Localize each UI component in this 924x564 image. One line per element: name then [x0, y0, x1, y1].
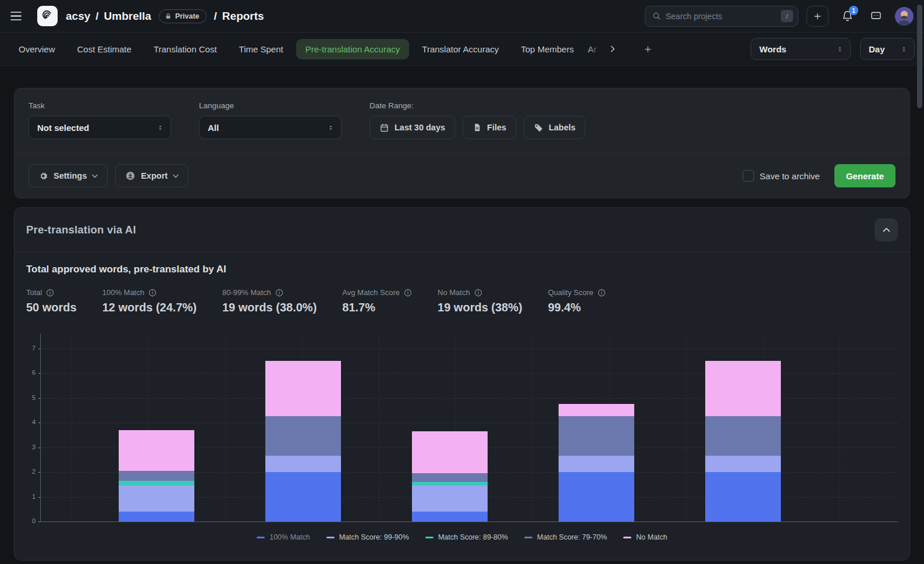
private-badge-label: Private [175, 12, 200, 20]
vertical-scrollbar-thumb[interactable] [917, 5, 922, 108]
y-axis-label: 4 [24, 418, 35, 425]
y-axis-label: 0 [24, 517, 35, 524]
create-project-button[interactable] [806, 6, 829, 27]
legend-label: Match Score: 79-70% [537, 533, 607, 541]
language-filter-label: Language [199, 101, 342, 110]
chevron-right-icon [609, 45, 616, 52]
legend-label: Match Score: 99-90% [339, 533, 409, 541]
chevron-up-icon [883, 227, 890, 232]
task-select[interactable]: Not selected [29, 116, 171, 139]
hamburger-menu-icon[interactable] [10, 9, 26, 24]
logo-swirl-icon [41, 10, 54, 23]
legend-item-match-score-99-90[interactable]: Match Score: 99-90% [326, 533, 409, 541]
chart-legend: 100% MatchMatch Score: 99-90%Match Score… [26, 533, 898, 541]
app-logo[interactable] [37, 6, 58, 26]
notifications-button[interactable]: 1 [841, 10, 854, 22]
search-input[interactable] [666, 12, 776, 21]
labels-button-label: Labels [549, 123, 575, 132]
bar-1-segment-match-score-89-80 [119, 481, 194, 486]
legend-item-match-score-89-80[interactable]: Match Score: 89-80% [425, 533, 508, 541]
gridline [40, 349, 898, 349]
tag-icon [534, 123, 543, 133]
unit-select[interactable]: Words [751, 38, 851, 60]
task-select-value: Not selected [37, 123, 89, 133]
save-to-archive-option[interactable]: Save to archive [742, 170, 820, 182]
save-to-archive-checkbox[interactable] [742, 170, 754, 182]
report-tab-bar: OverviewCost EstimateTranslation CostTim… [0, 33, 924, 66]
stat-value: 12 words (24.7%) [102, 301, 197, 314]
info-icon[interactable] [598, 289, 606, 297]
legend-item-100-match[interactable]: 100% Match [257, 533, 310, 541]
info-icon[interactable] [275, 289, 283, 297]
legend-color-dash [257, 537, 265, 538]
gridline [72, 334, 72, 522]
user-avatar[interactable] [895, 7, 914, 26]
messages-button[interactable] [870, 10, 882, 22]
bar-5-segment-match-score-79-70 [705, 416, 781, 456]
calendar-icon [379, 123, 389, 133]
stat-80-99-match: 80-99% Match19 words (38.0%) [222, 288, 317, 314]
panel-title: Pre-translation via AI [26, 224, 136, 236]
tab-pre-translation-accuracy[interactable]: Pre-translation Accuracy [296, 39, 410, 59]
settings-dropdown-button[interactable]: Settings [29, 164, 108, 187]
stat-label: Total [26, 288, 42, 297]
tab-top-members[interactable]: Top Members [511, 39, 583, 59]
stat-value: 99.4% [548, 301, 606, 314]
language-select-value: All [208, 123, 219, 133]
report-tabs: OverviewCost EstimateTranslation CostTim… [9, 39, 583, 59]
tab-time-spent[interactable]: Time Spent [230, 39, 293, 59]
info-icon[interactable] [46, 289, 54, 297]
breadcrumb-page: Reports [222, 10, 264, 23]
stat-label: No Match [438, 288, 470, 297]
generate-button[interactable]: Generate [834, 164, 895, 187]
tabs-scroll-right-button[interactable] [603, 39, 623, 59]
collapse-panel-button[interactable] [875, 218, 898, 242]
bar-3-segment-100-match [412, 512, 488, 522]
unit-select-value: Words [759, 44, 786, 54]
info-icon[interactable] [404, 289, 412, 297]
tab-overview[interactable]: Overview [9, 39, 65, 59]
info-icon[interactable] [474, 289, 482, 297]
bar-1-segment-match-score-99-90 [119, 485, 194, 512]
legend-color-dash [425, 537, 433, 538]
legend-label: Match Score: 89-80% [438, 533, 508, 541]
breadcrumb-org[interactable]: acsy [66, 10, 90, 23]
download-icon [125, 171, 136, 181]
plus-icon [813, 12, 822, 21]
search-box[interactable]: / [645, 6, 798, 27]
section-title: Total approved words, pre-translated by … [26, 264, 898, 275]
y-axis-label: 2 [24, 468, 35, 475]
add-report-tab-button[interactable] [638, 39, 658, 59]
stat-value: 19 words (38%) [438, 301, 523, 314]
period-select[interactable]: Day [860, 38, 915, 60]
sort-arrows-icon [328, 124, 334, 132]
gridline [225, 334, 226, 522]
bar-5-segment-100-match [705, 472, 781, 522]
info-icon[interactable] [148, 289, 157, 297]
gear-icon [38, 171, 48, 181]
legend-item-match-score-79-70[interactable]: Match Score: 79-70% [524, 533, 607, 541]
tab-translator-accuracy[interactable]: Translator Accuracy [413, 39, 508, 59]
date-range-button[interactable]: Last 30 days [369, 116, 455, 139]
bar-4-segment-match-score-79-70 [559, 416, 634, 456]
tab-translation-cost[interactable]: Translation Cost [144, 39, 226, 59]
labels-filter-button[interactable]: Labels [524, 116, 585, 139]
export-dropdown-button[interactable]: Export [115, 164, 189, 187]
breadcrumb-project[interactable]: Umbrella [104, 10, 151, 23]
stats-row: Total50 words100% Match12 words (24.7%)8… [26, 288, 898, 314]
language-select[interactable]: All [199, 116, 342, 139]
y-axis-label: 7 [24, 345, 35, 352]
stat-value: 19 words (38.0%) [222, 301, 317, 314]
stat-total: Total50 words [26, 288, 77, 314]
legend-color-dash [623, 537, 631, 538]
legend-item-no-match[interactable]: No Match [623, 533, 667, 541]
files-filter-button[interactable]: Files [463, 116, 516, 139]
bar-1-segment-100-match [119, 512, 194, 522]
pre-translation-report-panel: Pre-translation via AI Total approved wo… [14, 207, 910, 561]
gridline [532, 334, 533, 522]
breadcrumb-separator: / [214, 10, 217, 23]
tab-cost-estimate[interactable]: Cost Estimate [68, 39, 141, 59]
tab-overflow-truncated[interactable]: Ar [583, 39, 603, 59]
y-axis-label: 3 [24, 444, 35, 451]
y-axis [40, 334, 41, 522]
